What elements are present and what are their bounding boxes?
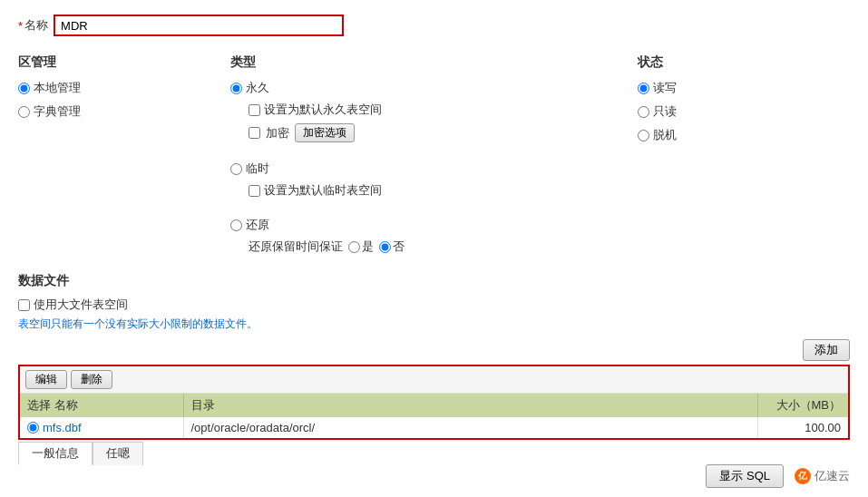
zone-dict-label: 字典管理 [34, 103, 81, 120]
show-sql-btn[interactable]: 显示 SQL [706, 464, 784, 488]
type-default-temp-option[interactable]: 设置为默认临时表空间 [249, 182, 619, 199]
type-default-perm-label: 设置为默认永久表空间 [264, 102, 382, 118]
bottom-tabs: 一般信息 任嗯 [18, 442, 850, 465]
restore-no-label: 否 [393, 239, 405, 255]
status-readonly-radio[interactable] [638, 106, 649, 118]
bigfile-checkbox[interactable] [18, 299, 30, 311]
type-restore-option[interactable]: 还原 [230, 217, 619, 233]
bigfile-note: 表空间只能有一个没有实际大小限制的数据文件。 [18, 317, 850, 332]
sections-row: 区管理 本地管理 字典管理 类型 永久 [18, 54, 850, 255]
brand-logo: 亿 亿速云 [795, 468, 850, 484]
zone-dict-option[interactable]: 字典管理 [18, 103, 212, 120]
zone-local-label: 本地管理 [34, 80, 81, 96]
name-input[interactable] [54, 15, 344, 36]
type-options: 永久 设置为默认永久表空间 加密 加密选项 临时 [230, 80, 619, 255]
datafiles-table: 选择 名称 目录 大小（MB） mfs.dbf /opt/oracle [20, 394, 848, 438]
restore-yes-option[interactable]: 是 [348, 239, 374, 255]
type-temp-option[interactable]: 临时 [230, 161, 619, 177]
file-name-cell: mfs.dbf [20, 417, 183, 438]
status-readwrite-option[interactable]: 读写 [638, 80, 832, 96]
zone-local-option[interactable]: 本地管理 [18, 80, 212, 96]
col-name: 选择 名称 [20, 394, 183, 417]
zone-management-section: 区管理 本地管理 字典管理 [18, 54, 230, 255]
encrypt-options-btn[interactable]: 加密选项 [295, 123, 355, 142]
status-readwrite-radio[interactable] [638, 83, 649, 94]
status-readwrite-label: 读写 [653, 80, 677, 96]
status-section: 状态 读写 只读 脱机 [638, 54, 850, 255]
restore-guarantee-row: 还原保留时间保证 是 否 [249, 239, 619, 255]
type-default-perm-option[interactable]: 设置为默认永久表空间 [249, 102, 619, 118]
datafiles-title: 数据文件 [18, 273, 850, 289]
type-restore-radio[interactable] [230, 219, 242, 231]
edit-btn[interactable]: 编辑 [25, 370, 67, 389]
type-temp-label: 临时 [246, 161, 269, 177]
col-size: 大小（MB） [757, 394, 848, 417]
status-readonly-label: 只读 [653, 103, 677, 120]
type-encrypt-check[interactable] [249, 127, 260, 139]
table-header-row: 选择 名称 目录 大小（MB） [20, 394, 848, 417]
status-offline-radio[interactable] [638, 130, 649, 141]
brand-icon: 亿 [795, 468, 811, 484]
status-readonly-option[interactable]: 只读 [638, 103, 832, 120]
type-encrypt-row: 加密 加密选项 [249, 123, 619, 142]
restore-yes-label: 是 [362, 239, 374, 255]
restore-yes-radio[interactable] [348, 241, 360, 253]
type-section: 类型 永久 设置为默认永久表空间 加密 加密选项 [230, 54, 638, 255]
tab-other[interactable]: 任嗯 [93, 442, 143, 465]
name-row: * 名称 [18, 15, 850, 36]
status-options: 读写 只读 脱机 [638, 80, 832, 143]
name-label: 名称 [24, 17, 48, 34]
type-restore-label: 还原 [246, 217, 269, 233]
type-title: 类型 [230, 54, 619, 71]
zone-management-title: 区管理 [18, 54, 212, 71]
file-size-cell: 100.00 [757, 417, 848, 438]
main-container: * 名称 区管理 本地管理 字典管理 类型 [0, 0, 868, 497]
restore-no-option[interactable]: 否 [379, 239, 405, 255]
datafiles-table-container: 编辑 删除 选择 名称 目录 大小（MB） [18, 365, 850, 440]
type-temp-radio[interactable] [230, 163, 242, 175]
table-row: mfs.dbf /opt/oracle/oradata/orcl/ 100.00 [20, 417, 848, 438]
restore-no-radio[interactable] [379, 241, 391, 253]
file-select-radio[interactable] [27, 422, 39, 434]
type-permanent-option[interactable]: 永久 [230, 80, 619, 96]
status-offline-option[interactable]: 脱机 [638, 127, 832, 143]
zone-dict-radio[interactable] [18, 106, 30, 118]
file-link[interactable]: mfs.dbf [43, 421, 82, 434]
bigfile-label: 使用大文件表空间 [34, 297, 128, 313]
type-permanent-label: 永久 [246, 80, 269, 96]
zone-management-options: 本地管理 字典管理 [18, 80, 212, 120]
type-encrypt-label: 加密 [266, 125, 289, 141]
type-default-temp-check[interactable] [249, 185, 260, 197]
file-directory-cell: /opt/oracle/oradata/orcl/ [183, 417, 757, 438]
brand-text: 亿速云 [814, 468, 850, 484]
type-default-perm-check[interactable] [249, 104, 260, 116]
delete-btn[interactable]: 删除 [71, 370, 112, 389]
zone-local-radio[interactable] [18, 83, 30, 94]
restore-guarantee-label: 还原保留时间保证 [249, 239, 343, 255]
col-directory: 目录 [183, 394, 757, 417]
datafiles-section: 数据文件 使用大文件表空间 表空间只能有一个没有实际大小限制的数据文件。 添加 … [18, 273, 850, 465]
status-title: 状态 [638, 54, 832, 71]
type-default-temp-label: 设置为默认临时表空间 [264, 182, 382, 199]
add-btn-row: 添加 [18, 339, 850, 361]
status-offline-label: 脱机 [653, 127, 677, 143]
add-datafile-btn[interactable]: 添加 [803, 339, 850, 361]
type-permanent-radio[interactable] [230, 83, 242, 94]
tab-general[interactable]: 一般信息 [18, 442, 93, 465]
bottom-bar: 显示 SQL 亿 亿速云 [706, 464, 850, 488]
table-toolbar: 编辑 删除 [20, 366, 848, 394]
bigfile-check[interactable]: 使用大文件表空间 [18, 297, 850, 313]
required-star: * [18, 19, 23, 33]
